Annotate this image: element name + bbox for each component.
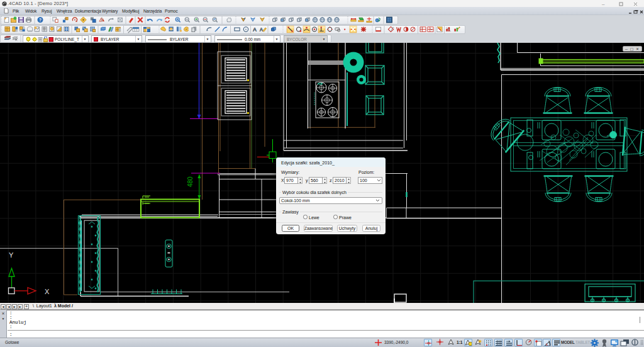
svg-text:?: ? [39,18,42,22]
svg-text:480: 480 [187,176,194,187]
svg-text:Y: Y [9,251,14,259]
svg-text:i: i [377,19,377,22]
svg-text:A: A [259,27,263,33]
svg-text:X: X [45,288,50,295]
svg-text:A: A [253,26,257,33]
